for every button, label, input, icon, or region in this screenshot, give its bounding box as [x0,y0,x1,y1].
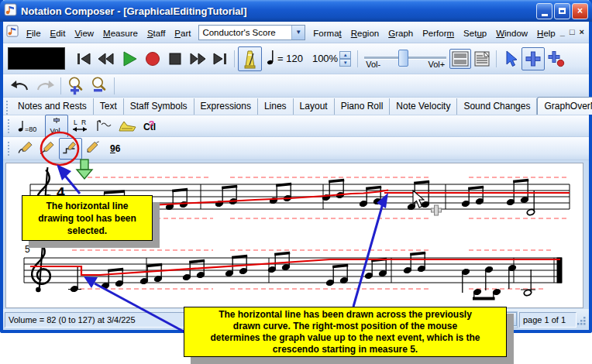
quarter-note-icon [267,49,276,69]
tempo-graph-button[interactable]: =80 [15,116,45,136]
curve-draw-tool-button[interactable] [15,139,37,159]
menu-item-staff[interactable]: Staff [143,26,170,40]
status-page-panel: page 1 of 1 [519,312,577,328]
vol-plus-label: Vol+ [428,60,445,69]
mdi-controls: _ □ × [560,28,586,36]
mdi-restore-button[interactable]: □ [570,28,575,36]
tabs-container: Notes and RestsTextStaff SymbolsExpressi… [12,97,592,115]
controller-graph-button[interactable]: Ctl ? [139,115,166,137]
zoom-value[interactable]: 100% [312,53,338,64]
separator [234,50,235,67]
menu-item-setup[interactable]: Setup [459,26,491,40]
edit-toolbar [3,74,589,98]
add-mode-button[interactable] [521,47,545,70]
metronome-button[interactable] [238,46,262,71]
separator [496,50,497,67]
zoom-out-button[interactable] [88,74,111,98]
volume-slider[interactable]: Vol- Vol+ [364,47,446,70]
volume-graph-label: Vol [50,126,60,135]
document-icon [6,25,19,40]
palette-tabstrip: Notes and RestsTextStaff SymbolsExpressi… [3,98,589,115]
tab-graphovernotes-[interactable]: GraphOverNotes™ [537,97,592,115]
play-button[interactable] [118,48,141,70]
go-to-end-button[interactable] [209,49,231,69]
undo-button[interactable] [8,76,33,96]
stop-button[interactable] [164,49,186,69]
line-tools-toolbar: 96 [3,137,589,160]
spinner-down-icon: ▼ [339,59,351,67]
rewind-button[interactable] [95,49,118,69]
tab-lines[interactable]: Lines [258,98,294,115]
toolbar-grip[interactable] [8,142,12,156]
status-page-text: page 1 of 1 [523,315,566,325]
select-pointer-button[interactable] [500,48,521,70]
window-title: Notation Composer - [GraphicalEditingTut… [21,5,535,17]
zoom-in-button[interactable] [64,74,88,98]
menu-item-region[interactable]: Region [346,26,384,40]
zoom-spinner[interactable]: ▲ ▼ [339,51,351,67]
mdi-minimize-button[interactable]: _ [560,28,565,36]
toolbar-grip[interactable] [8,119,12,133]
maximize-button[interactable] [554,3,570,19]
record-button[interactable] [141,48,164,70]
go-to-start-button[interactable] [73,49,95,69]
menu-item-window[interactable]: Window [491,26,532,40]
menu-item-format[interactable]: Format [308,26,346,40]
menu-item-help[interactable]: Help [532,26,560,40]
pitch-bend-graph-button[interactable] [91,115,115,137]
callout-line-drawn: The horizontal line has been drawn acros… [184,307,507,357]
tab-expressions[interactable]: Expressions [194,98,258,115]
app-icon [4,3,17,19]
page-view-button[interactable] [449,49,471,69]
app-window: Notation Composer - [GraphicalEditingTut… [0,0,592,333]
separator [357,50,358,67]
tab-piano-roll[interactable]: Piano Roll [335,98,391,115]
menu-item-edit[interactable]: Edit [46,26,71,40]
close-button[interactable]: × [572,3,588,19]
menu-item-part[interactable]: Part [170,26,195,40]
resize-grip[interactable] [577,312,587,328]
toolbar-grip[interactable] [6,101,8,115]
callout-tool-selected: The horizontal linedrawing tool has been… [22,195,153,241]
mdi-close-button[interactable]: × [580,28,584,36]
pan-graph-button[interactable]: LR [68,115,91,137]
horizontal-line-tool-button[interactable] [59,138,82,160]
titlebar[interactable]: Notation Composer - [GraphicalEditingTut… [0,0,592,22]
tab-notes-and-rests[interactable]: Notes and Rests [12,98,94,115]
menu-item-view[interactable]: View [70,26,98,40]
display-panel [8,47,65,70]
menu-item-measure[interactable]: Measure [98,26,143,40]
pencil-tool-button[interactable] [82,139,104,159]
menu-item-perform[interactable]: Perform [418,26,459,40]
separator [60,77,61,94]
redo-button[interactable] [33,76,57,96]
spinner-up-icon: ▲ [339,51,351,59]
pan-right-label: R [81,118,86,126]
measure-number: 5 [25,244,30,255]
tab-text[interactable]: Text [94,98,124,115]
part-selector-combobox[interactable]: Conductor's Score ▼ [198,25,305,40]
menu-item-graph[interactable]: Graph [384,26,418,40]
tab-note-velocity[interactable]: Note Velocity [390,98,457,115]
status-volume-text: Volume = 82 (0 to 127) at 3/4/225 [9,315,136,325]
tempo-value: = 120 [277,53,303,64]
tab-layout[interactable]: Layout [294,98,335,115]
sloped-line-tool-button[interactable] [37,139,59,159]
menu-item-file[interactable]: File [22,26,46,40]
menu-group-right: FormatRegionGraphPerformSetupWindowHelp [308,26,559,39]
tab-staff-symbols[interactable]: Staff Symbols [124,98,194,115]
fast-forward-button[interactable] [186,49,209,69]
scroll-right-button[interactable]: ▶ [505,312,517,326]
combo-dropdown-icon[interactable]: ▼ [291,26,305,39]
add-event-button[interactable] [545,47,568,70]
close-icon: × [577,6,583,15]
svg-text:?: ? [148,118,154,130]
menu-group-left: FileEditViewMeasureStaffPart [22,26,195,39]
single-page-view-button[interactable] [471,49,493,69]
volume-graph-button[interactable]: Vol [45,115,68,138]
pedal-graph-button[interactable] [115,115,139,137]
tab-sound-changes[interactable]: Sound Changes [457,98,537,115]
screenshot-page: Notation Composer - [GraphicalEditingTut… [0,0,592,364]
minimize-button[interactable] [536,3,552,19]
slider-thumb[interactable] [398,50,408,67]
